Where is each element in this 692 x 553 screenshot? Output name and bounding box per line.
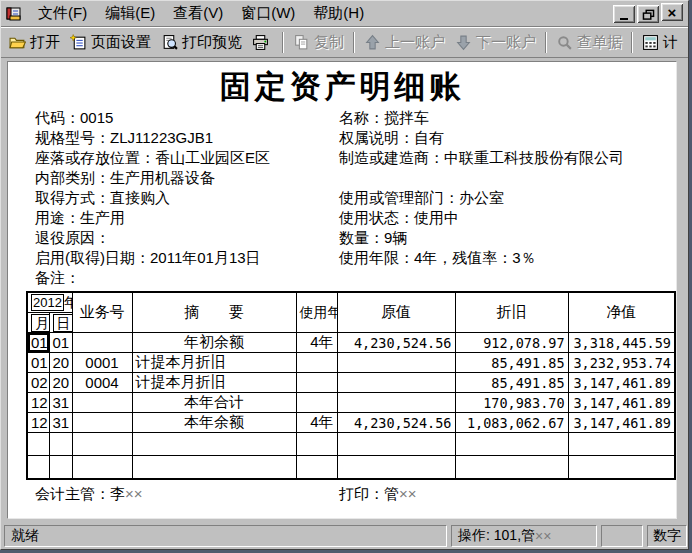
- status-ready: 就绪: [4, 525, 447, 547]
- info-row: 用途：生产用 使用状态：使用中: [35, 208, 676, 228]
- field-code: 代码：0015: [35, 108, 339, 128]
- next-account-button: 下一账户: [450, 31, 541, 54]
- col-header-original: 原值: [337, 292, 455, 333]
- menu-file[interactable]: 文件(F): [29, 2, 96, 25]
- field-start-date: 启用(取得)日期：2011年01月13日: [35, 248, 339, 268]
- calculator-button-label: 计: [663, 33, 678, 52]
- copy-icon: [293, 34, 310, 51]
- info-row: 规格型号：ZLJ11223GJB1 权属说明：自有: [35, 128, 676, 148]
- status-blank: [601, 525, 643, 547]
- search-voucher-button-label: 查单据: [577, 33, 622, 52]
- table-row-empty: [27, 433, 675, 456]
- field-usage: 用途：生产用: [35, 208, 339, 228]
- field-manufacturer: 制造或建造商：中联重工科技股份有限公司: [339, 148, 676, 168]
- field-life-salvage: 使用年限：4年，残值率：3％: [339, 248, 676, 268]
- field-category: 内部类别：生产用机器设备: [35, 168, 339, 188]
- ledger-app-icon: [5, 6, 23, 22]
- open-button-label: 打开: [30, 33, 60, 52]
- toolbar-separator: [282, 32, 284, 53]
- menu-help[interactable]: 帮助(H): [304, 2, 373, 25]
- field-location: 座落或存放位置：香山工业园区E区: [35, 148, 339, 168]
- table-row-empty: [27, 456, 675, 479]
- signature-row: 会计主管：李×× 打印：管××: [35, 485, 676, 504]
- col-header-life: 使用年限: [296, 292, 337, 333]
- close-button[interactable]: ×: [661, 3, 683, 21]
- menu-edit[interactable]: 编辑(E): [96, 2, 164, 25]
- table-row: 01 01 年初余额 4年 4,230,524.56 912,078.97 3,…: [27, 333, 675, 353]
- window-controls: ×: [613, 5, 683, 23]
- print-preview-button[interactable]: 打印预览: [156, 31, 247, 54]
- info-row: 备注：: [35, 268, 676, 288]
- page-setup-icon: [70, 34, 87, 51]
- cell-month-selected[interactable]: 01: [27, 333, 49, 353]
- col-header-year: 2012年: [27, 292, 72, 313]
- table-row: 12 31 本年余额 4年 4,230,524.56 1,083,062.67 …: [27, 413, 675, 433]
- app-window: 文件(F) 编辑(E) 查看(V) 窗口(W) 帮助(H) × 打开: [0, 0, 689, 550]
- toolbar-separator: [353, 32, 355, 53]
- menu-window[interactable]: 窗口(W): [232, 2, 304, 25]
- open-folder-icon: [9, 34, 26, 51]
- status-operator: 操作: 101,管××: [451, 525, 597, 547]
- col-header-net: 净值: [568, 292, 675, 333]
- info-row: 内部类别：生产用机器设备: [35, 168, 676, 188]
- status-numlock: 数字: [647, 525, 687, 547]
- col-header-depreciation: 折旧: [455, 292, 568, 333]
- table-row: 02 20 0004 计提本月折旧 85,491.85 3,147,461.89: [27, 373, 675, 393]
- minimize-button[interactable]: [613, 5, 635, 23]
- page-setup-button[interactable]: 页面设置: [65, 31, 156, 54]
- toolbar-separator: [545, 32, 547, 53]
- field-department: 使用或管理部门：办公室: [339, 188, 676, 208]
- field-retire-reason: 退役原因：: [35, 228, 339, 248]
- print-button[interactable]: [247, 32, 278, 53]
- info-row: 退役原因： 数量：9辆: [35, 228, 676, 248]
- field-remark: 备注：: [35, 268, 339, 288]
- restore-button[interactable]: [637, 5, 659, 23]
- ledger-table: 2012年 业务号 摘 要 使用年限 原值 折旧 净值 月 日 01 01 年初…: [26, 291, 676, 480]
- field-acquisition: 取得方式：直接购入: [35, 188, 339, 208]
- toolbar: 打开 页面设置 打印预览: [1, 27, 688, 58]
- print-preview-icon: [161, 34, 178, 51]
- copy-button: 复制: [288, 31, 349, 54]
- info-row: 代码：0015 名称：搅拌车: [35, 108, 676, 128]
- menu-view[interactable]: 查看(V): [164, 2, 232, 25]
- page-title: 固定资产明细账: [8, 68, 676, 106]
- prev-account-button-label: 上一账户: [385, 33, 445, 52]
- restore-icon: [642, 9, 655, 20]
- field-status: 使用状态：使用中: [339, 208, 676, 228]
- ledger-document: 固定资产明细账 代码：0015 名称：搅拌车 规格型号：ZLJ11223GJB1…: [7, 61, 677, 519]
- table-row: 01 20 0001 计提本月折旧 85,491.85 3,232,953.74: [27, 353, 675, 373]
- field-name: 名称：搅拌车: [339, 108, 676, 128]
- status-bar: 就绪 操作: 101,管×× 数字: [4, 525, 687, 547]
- col-header-summary: 摘 要: [132, 292, 296, 333]
- col-header-day: 日: [49, 313, 72, 333]
- table-row: 12 31 本年合计 170,983.70 3,147,461.89: [27, 393, 675, 413]
- search-voucher-button: 查单据: [551, 31, 627, 54]
- info-row: 启用(取得)日期：2011年01月13日 使用年限：4年，残值率：3％: [35, 248, 676, 268]
- search-icon: [556, 34, 573, 51]
- field-model: 规格型号：ZLJ11223GJB1: [35, 128, 339, 148]
- info-row: 座落或存放位置：香山工业园区E区 制造或建造商：中联重工科技股份有限公司: [35, 148, 676, 168]
- col-header-biz-no: 业务号: [72, 292, 132, 333]
- page-setup-button-label: 页面设置: [91, 33, 151, 52]
- next-account-button-label: 下一账户: [476, 33, 536, 52]
- down-arrow-icon: [455, 34, 472, 51]
- minimize-icon: [620, 18, 628, 20]
- toolbar-separator: [631, 32, 633, 53]
- field-quantity: 数量：9辆: [339, 228, 676, 248]
- asset-info: 代码：0015 名称：搅拌车 规格型号：ZLJ11223GJB1 权属说明：自有…: [35, 108, 676, 288]
- info-row: 取得方式：直接购入 使用或管理部门：办公室: [35, 188, 676, 208]
- open-button[interactable]: 打开: [4, 31, 65, 54]
- printer-icon: [252, 34, 269, 51]
- calculator-icon: [642, 34, 659, 51]
- col-header-month: 月: [27, 313, 49, 333]
- accountant-signature: 会计主管：李××: [35, 485, 339, 504]
- prev-account-button: 上一账户: [359, 31, 450, 54]
- up-arrow-icon: [364, 34, 381, 51]
- calculator-button[interactable]: 计: [637, 31, 683, 54]
- field-ownership: 权属说明：自有: [339, 128, 676, 148]
- copy-button-label: 复制: [314, 33, 344, 52]
- menu-bar: 文件(F) 编辑(E) 查看(V) 窗口(W) 帮助(H) ×: [1, 1, 688, 27]
- print-preview-button-label: 打印预览: [182, 33, 242, 52]
- printer-signature: 打印：管××: [339, 485, 676, 504]
